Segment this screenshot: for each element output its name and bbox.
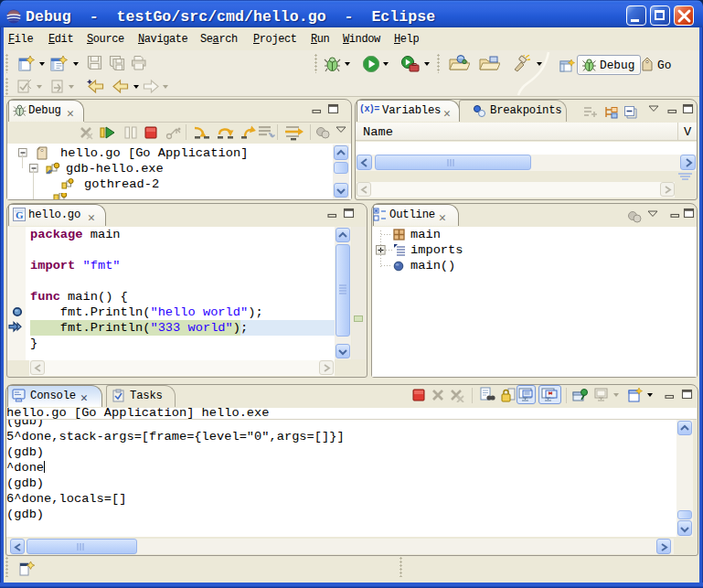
svg-text:G: G: [16, 209, 24, 220]
